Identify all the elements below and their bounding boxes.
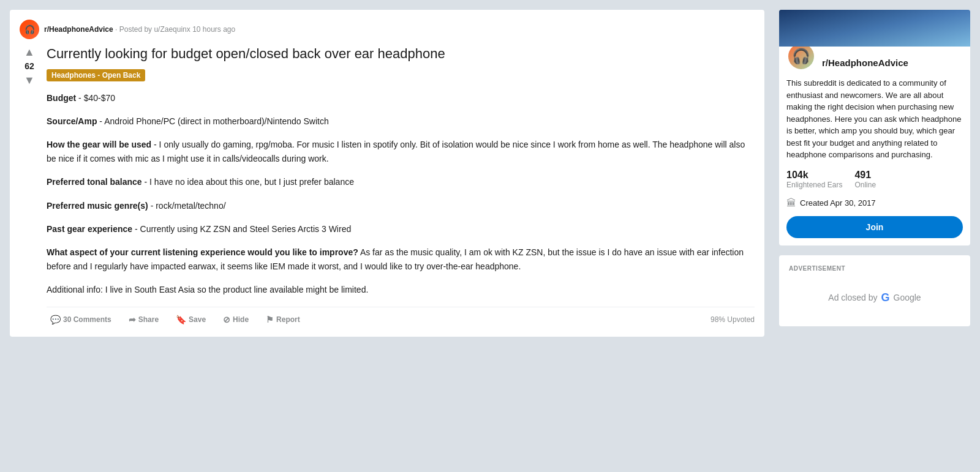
- budget-value: - $40-$70: [78, 93, 115, 103]
- hide-icon: ⊘: [223, 315, 230, 324]
- online-label: Online: [854, 181, 876, 189]
- genre-value: - rock/metal/techno/: [151, 201, 226, 211]
- sidebar: 🎧 r/HeadphoneAdvice This subreddit is de…: [779, 10, 970, 326]
- post-actions: 💬 30 Comments ➦ Share 🔖 Save ⊘ Hide: [47, 307, 755, 327]
- upvote-button[interactable]: ▲: [23, 45, 36, 59]
- usage-line: How the gear will be used - I only usual…: [47, 138, 755, 165]
- subreddit-icon: 🎧: [20, 20, 39, 39]
- community-card-body: 🎧 r/HeadphoneAdvice This subreddit is de…: [779, 47, 970, 245]
- past-gear-line: Past gear experience - Currently using K…: [47, 222, 755, 236]
- community-name[interactable]: r/HeadphoneAdvice: [822, 58, 908, 68]
- post-header: 🎧 r/HeadphoneAdvice · Posted by u/Zaequi…: [20, 20, 755, 39]
- subreddit-name[interactable]: r/HeadphoneAdvice: [44, 25, 113, 34]
- upvote-percent: 98% Upvoted: [710, 315, 755, 324]
- post-container: 🎧 r/HeadphoneAdvice · Posted by u/Zaequi…: [10, 10, 764, 337]
- community-card: 🎧 r/HeadphoneAdvice This subreddit is de…: [779, 10, 970, 245]
- usage-value: - I only usually do gaming, rpg/moba. Fo…: [47, 140, 745, 163]
- ad-card: ADVERTISEMENT Ad closed by G Google: [779, 255, 970, 326]
- source-value: - Android Phone/PC (direct in motherboar…: [99, 116, 328, 126]
- report-label: Report: [276, 315, 300, 324]
- ad-label: ADVERTISEMENT: [789, 265, 960, 272]
- members-count: 104k: [786, 170, 842, 181]
- past-gear-value: - Currently using KZ ZSN and Steel Serie…: [135, 224, 351, 234]
- post-title: Currently looking for budget open/closed…: [47, 45, 755, 63]
- budget-label: Budget: [47, 93, 76, 103]
- tonal-value: - I have no idea about this one, but I j…: [145, 177, 354, 187]
- improve-line: What aspect of your current listening ex…: [47, 245, 755, 273]
- share-label: Share: [138, 315, 159, 324]
- tonal-label: Preferred tonal balance: [47, 177, 142, 187]
- source-line: Source/Amp - Android Phone/PC (direct in…: [47, 114, 755, 128]
- post-content: Budget - $40-$70 Source/Amp - Android Ph…: [47, 91, 755, 297]
- hide-label: Hide: [233, 315, 249, 324]
- google-logo: G: [881, 291, 890, 304]
- community-stats: 104k Enlightened Ears 491 Online: [786, 170, 963, 189]
- vote-section: ▲ 62 ▼: [20, 45, 39, 327]
- source-label: Source/Amp: [47, 116, 97, 126]
- ad-closed-text: Ad closed by: [828, 293, 877, 302]
- report-button[interactable]: ⚑ Report: [262, 312, 304, 327]
- online-count: 491: [854, 170, 876, 181]
- share-icon: ➦: [129, 315, 136, 324]
- community-banner: [779, 10, 970, 47]
- past-gear-label: Past gear experience: [47, 224, 132, 234]
- online-stat: 491 Online: [854, 170, 876, 189]
- members-label: Enlightened Ears: [786, 181, 842, 189]
- post-layout: ▲ 62 ▼ Currently looking for budget open…: [20, 45, 755, 327]
- post-flair[interactable]: Headphones - Open Back: [47, 69, 145, 81]
- save-label: Save: [189, 315, 206, 324]
- ad-closed-google: Ad closed by G Google: [789, 291, 960, 304]
- community-header: 🎧 r/HeadphoneAdvice: [786, 54, 963, 71]
- comments-button[interactable]: 💬 30 Comments: [47, 312, 115, 327]
- community-description: This subreddit is dedicated to a communi…: [786, 77, 963, 161]
- ad-closed-notice: Ad closed by G Google: [789, 279, 960, 317]
- join-button[interactable]: Join: [786, 216, 963, 238]
- comments-icon: 💬: [50, 315, 61, 324]
- tonal-line: Preferred tonal balance - I have no idea…: [47, 175, 755, 189]
- post-meta: r/HeadphoneAdvice · Posted by u/Zaequinx…: [44, 25, 235, 34]
- budget-line: Budget - $40-$70: [47, 91, 755, 105]
- post-attribution: · Posted by u/Zaequinx 10 hours ago: [115, 25, 235, 34]
- banner-image: [779, 10, 970, 47]
- improve-label: What aspect of your current listening ex…: [47, 247, 358, 257]
- usage-label: How the gear will be used: [47, 140, 151, 149]
- save-icon: 🔖: [176, 315, 186, 324]
- calendar-icon: 🏛: [786, 198, 796, 209]
- hide-button[interactable]: ⊘ Hide: [219, 312, 252, 327]
- additional-info: Additional info: I live in South East As…: [47, 283, 755, 296]
- share-button[interactable]: ➦ Share: [125, 312, 162, 327]
- vote-count: 62: [24, 61, 34, 71]
- members-stat: 104k Enlightened Ears: [786, 170, 842, 189]
- downvote-button[interactable]: ▼: [23, 73, 36, 87]
- google-text: Google: [894, 293, 921, 302]
- genre-line: Preferred music genre(s) - rock/metal/te…: [47, 199, 755, 212]
- genre-label: Preferred music genre(s): [47, 201, 148, 211]
- community-created: 🏛 Created Apr 30, 2017: [786, 198, 963, 209]
- comments-label: 30 Comments: [63, 315, 111, 324]
- post-body: Currently looking for budget open/closed…: [47, 45, 755, 327]
- save-button[interactable]: 🔖 Save: [172, 312, 209, 327]
- report-icon: ⚑: [266, 315, 274, 324]
- created-text: Created Apr 30, 2017: [800, 198, 876, 208]
